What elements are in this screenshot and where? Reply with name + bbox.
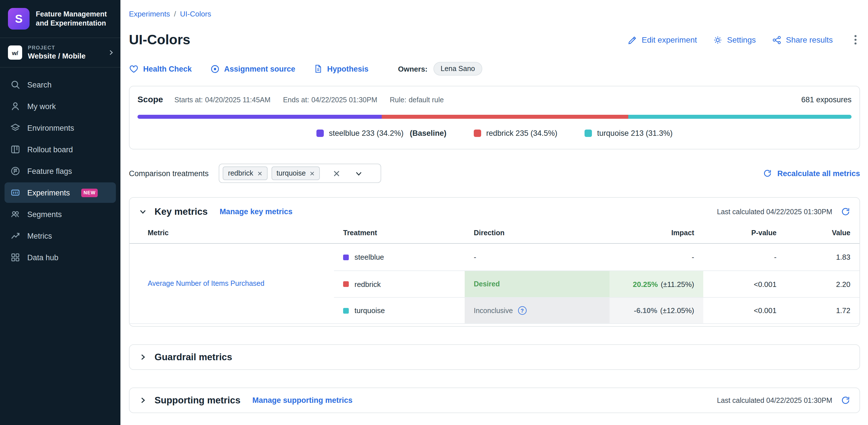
distribution-legend: steelblue 233 (34.2%) (Baseline) redbric… xyxy=(137,129,851,138)
scope-card: Scope Starts at:04/20/2025 11:45AM Ends … xyxy=(129,86,860,149)
help-icon[interactable]: ? xyxy=(518,306,527,315)
exposure-distribution-bar xyxy=(137,115,851,119)
turquoise-swatch-icon xyxy=(343,308,349,313)
sidebar-item-environments[interactable]: Environments xyxy=(4,118,116,138)
bar-segment-turquoise xyxy=(628,115,851,119)
breadcrumb: Experiments / UI-Colors xyxy=(129,0,860,18)
share-results-button[interactable]: Share results xyxy=(772,35,833,44)
clear-selection-icon[interactable] xyxy=(333,170,340,177)
breadcrumb-current[interactable]: UI-Colors xyxy=(180,10,211,18)
recalculate-all-metrics-button[interactable]: Recalculate all metrics xyxy=(763,169,860,178)
sidebar-item-feature-flags[interactable]: Feature flags xyxy=(4,161,116,181)
comparison-treatments-label: Comparison treatments xyxy=(129,169,209,178)
assignment-source-link[interactable]: Assignment source xyxy=(210,64,296,73)
settings-label: Settings xyxy=(727,35,756,44)
treatment-cell: steelblue xyxy=(334,244,465,270)
sidebar-item-label: Rollout board xyxy=(27,145,73,154)
sidebar-item-search[interactable]: Search xyxy=(4,74,116,95)
sidebar-item-my-work[interactable]: My work xyxy=(4,96,116,117)
share-results-label: Share results xyxy=(786,35,833,44)
sidebar-item-label: Metrics xyxy=(27,232,52,240)
comparison-row: Comparison treatments redbrick turquoise xyxy=(129,164,860,183)
manage-supporting-metrics-link[interactable]: Manage supporting metrics xyxy=(252,396,353,404)
metric-name-link[interactable]: Average Number of Items Purchased xyxy=(148,279,265,287)
project-label: PROJECT xyxy=(28,45,86,51)
page-header: UI-Colors Edit experiment Settings Share… xyxy=(129,32,860,48)
impact-cell: 20.25% (±11.25%) xyxy=(610,270,703,297)
recalculate-label: Recalculate all metrics xyxy=(777,169,860,178)
column-header-direction: Direction xyxy=(465,224,610,244)
collapse-chevron-down-icon[interactable] xyxy=(138,207,147,216)
health-check-link[interactable]: Health Check xyxy=(129,64,192,73)
sidebar-item-label: Experiments xyxy=(27,188,70,197)
expand-chevron-right-icon[interactable] xyxy=(138,396,147,404)
value-cell: 2.20 xyxy=(786,270,860,297)
hypothesis-link[interactable]: Hypothesis xyxy=(314,64,369,73)
manage-key-metrics-link[interactable]: Manage key metrics xyxy=(220,207,292,216)
supporting-metrics-card[interactable]: Supporting metrics Manage supporting met… xyxy=(129,388,860,413)
remove-chip-icon[interactable] xyxy=(310,171,315,176)
heart-icon xyxy=(129,64,138,73)
edit-experiment-button[interactable]: Edit experiment xyxy=(627,35,697,44)
owners: Owners: Lena Sano xyxy=(398,62,482,75)
last-calculated-text: Last calculated 04/22/2025 01:30PM xyxy=(717,208,832,216)
guardrail-metrics-card[interactable]: Guardrail metrics xyxy=(129,344,860,370)
treatment-name: steelblue xyxy=(354,253,384,261)
app: S Feature Management and Experimentation… xyxy=(0,0,868,425)
sidebar-item-data-hub[interactable]: Data hub xyxy=(4,247,116,268)
search-icon xyxy=(10,80,21,90)
direction-value: - xyxy=(474,253,476,261)
key-metrics-card: Key metrics Manage key metrics Last calc… xyxy=(129,197,860,327)
metric-cell: Average Number of Items Purchased xyxy=(129,244,334,324)
refresh-supporting-metrics-button[interactable] xyxy=(841,395,850,405)
turquoise-swatch-icon xyxy=(585,129,592,137)
main-content: Experiments / UI-Colors UI-Colors Edit e… xyxy=(120,0,868,425)
remove-chip-icon[interactable] xyxy=(257,171,262,176)
chip-turquoise[interactable]: turquoise xyxy=(272,166,320,180)
legend-item-turquoise: turquoise 213 (31.3%) xyxy=(585,129,673,138)
column-header-metric: Metric xyxy=(129,224,334,244)
bar-segment-redbrick xyxy=(382,115,628,119)
refresh-key-metrics-button[interactable] xyxy=(841,207,850,216)
project-icon: w/ xyxy=(8,45,22,60)
impact-percent: -6.10% xyxy=(634,306,657,315)
sidebar-item-segments[interactable]: Segments xyxy=(4,204,116,224)
layers-icon xyxy=(10,123,21,133)
baseline-tag: (Baseline) xyxy=(410,129,446,138)
chip-label: turquoise xyxy=(277,169,306,177)
column-header-impact: Impact xyxy=(610,224,703,244)
more-menu-button[interactable] xyxy=(851,33,860,46)
treatment-multiselect[interactable]: redbrick turquoise xyxy=(219,164,381,183)
ends-at-value: 04/22/2025 01:30PM xyxy=(311,96,377,104)
steelblue-swatch-icon xyxy=(316,129,324,137)
guardrail-metrics-title: Guardrail metrics xyxy=(155,352,232,363)
chip-redbrick[interactable]: redbrick xyxy=(223,166,268,180)
sidebar-item-rollout-board[interactable]: Rollout board xyxy=(4,139,116,160)
value-cell: 1.72 xyxy=(786,297,860,324)
impact-confidence-interval: (±11.25%) xyxy=(661,280,694,289)
board-icon xyxy=(10,144,21,155)
sidebar-nav: Search My work Environments Rollout boar… xyxy=(0,68,120,274)
key-metrics-header: Key metrics Manage key metrics Last calc… xyxy=(129,198,860,224)
breadcrumb-experiments[interactable]: Experiments xyxy=(129,10,170,18)
expand-chevron-right-icon[interactable] xyxy=(138,353,147,361)
pvalue-value: - xyxy=(774,253,777,261)
direction-value: Desired xyxy=(474,280,500,288)
target-icon xyxy=(210,64,220,73)
starts-at-value: 04/20/2025 11:45AM xyxy=(205,96,270,104)
subnav: Health Check Assignment source Hypothesi… xyxy=(129,62,860,75)
metric-value: 1.83 xyxy=(836,253,850,261)
scope-meta: Starts at:04/20/2025 11:45AM Ends at:04/… xyxy=(175,96,444,104)
hypothesis-label: Hypothesis xyxy=(327,64,369,73)
sidebar-item-experiments[interactable]: Experiments NEW xyxy=(4,182,116,203)
owner-chip: Lena Sano xyxy=(433,62,482,75)
person-icon xyxy=(10,101,21,111)
sidebar-item-label: Segments xyxy=(27,210,62,218)
rule-value: default rule xyxy=(409,96,444,104)
chevron-down-icon[interactable] xyxy=(354,169,363,178)
experiments-icon xyxy=(10,187,21,198)
settings-button[interactable]: Settings xyxy=(713,35,756,44)
project-switcher[interactable]: w/ PROJECT Website / Mobile xyxy=(0,38,120,68)
sidebar-item-metrics[interactable]: Metrics xyxy=(4,225,116,246)
impact-cell: -6.10% (±12.05%) xyxy=(610,297,703,324)
